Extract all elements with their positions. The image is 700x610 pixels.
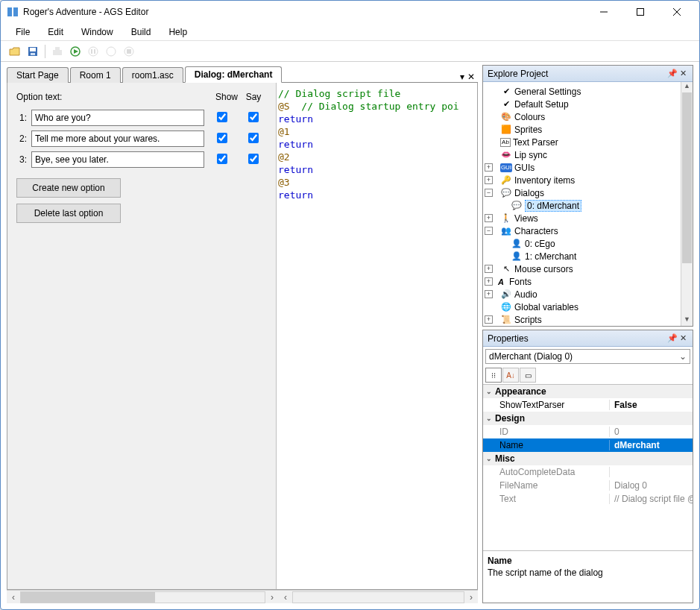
cursor-icon: ↖ [500, 263, 512, 275]
tree-colours[interactable]: Colours [514, 112, 545, 122]
svg-rect-1 [13, 7, 18, 16]
option-text-input-2[interactable] [31, 131, 204, 147]
option-say-checkbox-3[interactable] [248, 154, 259, 164]
svg-point-16 [107, 47, 116, 56]
svg-rect-10 [55, 47, 60, 50]
option-say-checkbox-1[interactable] [248, 112, 259, 122]
scroll-right-icon[interactable]: › [265, 592, 279, 603]
sprite-icon: 🟧 [500, 124, 512, 136]
tab-room1[interactable]: Room 1 [70, 67, 121, 83]
tree-audio[interactable]: Audio [514, 289, 537, 300]
build-icon [49, 43, 66, 60]
expander-icon[interactable]: + [485, 163, 493, 172]
prop-cat-misc[interactable]: Misc [495, 453, 515, 464]
tree-lipsync[interactable]: Lip sync [514, 150, 547, 160]
option-show-checkbox-1[interactable] [217, 112, 227, 122]
option-show-checkbox-2[interactable] [217, 133, 227, 143]
expander-icon[interactable]: + [485, 265, 493, 273]
chevron-down-icon[interactable]: ⌄ [486, 388, 495, 395]
document-tabs: Start Page Room 1 room1.asc Dialog: dMer… [7, 65, 478, 83]
window: Roger's Adventure - AGS Editor File Edit… [0, 0, 700, 610]
chevron-down-icon[interactable]: ⌄ [486, 455, 495, 462]
menu-edit[interactable]: Edit [40, 25, 71, 40]
expander-icon[interactable]: − [485, 227, 493, 235]
option-text-input-3[interactable] [31, 151, 204, 168]
menu-window[interactable]: Window [74, 25, 121, 40]
maximize-button[interactable] [623, 1, 657, 22]
tree-general-settings[interactable]: General Settings [514, 87, 581, 97]
tree-dialog-dmerchant[interactable]: 0: dMerchant [525, 200, 581, 212]
tree-char-cmerchant[interactable]: 1: cMerchant [525, 251, 576, 262]
scroll-left-icon[interactable]: ‹ [7, 592, 20, 603]
svg-marker-12 [74, 49, 78, 54]
prop-pages-button[interactable]: ▭ [520, 368, 536, 383]
svg-rect-18 [127, 49, 131, 54]
prop-text: Text [483, 494, 610, 504]
close-button[interactable] [660, 1, 693, 22]
prop-autocomplete: AutoCompleteData [483, 467, 610, 477]
dialog-options-pane: Option text: Show Say 1: 2: [7, 83, 276, 589]
scroll-right-icon-2[interactable]: › [464, 592, 478, 603]
scroll-up-icon[interactable]: ▲ [681, 82, 693, 92]
tab-dropdown-icon[interactable]: ▾ [460, 72, 464, 82]
tree-scripts[interactable]: Scripts [514, 315, 542, 325]
prop-cat-appearance[interactable]: Appearance [495, 386, 546, 397]
menu-build[interactable]: Build [124, 25, 159, 40]
prop-alphabetical-button[interactable]: A↓ [502, 368, 519, 383]
scroll-down-icon[interactable]: ▼ [681, 315, 693, 326]
prop-categorized-button[interactable]: ⁝⁝ [485, 368, 502, 383]
tree-characters[interactable]: Characters [514, 226, 558, 236]
tree-sprites[interactable]: Sprites [514, 125, 542, 135]
character-icon: 👤 [511, 251, 523, 262]
scroll-left-icon-2[interactable]: ‹ [279, 592, 292, 603]
tab-room1-asc[interactable]: room1.asc [122, 67, 183, 83]
pause-icon [85, 43, 101, 60]
expander-icon[interactable]: + [485, 277, 493, 286]
option-text-input-1[interactable] [31, 110, 204, 126]
minimize-button[interactable] [587, 1, 620, 22]
open-icon[interactable] [7, 43, 23, 60]
dialog-script-editor[interactable]: // Dialog script file @S // Dialog start… [276, 83, 477, 589]
pin-icon[interactable]: 📌 [667, 333, 678, 343]
prop-name[interactable]: Name [483, 440, 610, 450]
tab-dialog-dmerchant[interactable]: Dialog: dMerchant [185, 66, 283, 83]
expander-icon[interactable]: + [485, 315, 493, 324]
chevron-down-icon[interactable]: ⌄ [486, 415, 495, 422]
expander-icon[interactable]: + [485, 214, 493, 222]
create-option-button[interactable]: Create new option [16, 178, 121, 198]
dialog-icon: 💬 [500, 187, 512, 199]
tree-guis[interactable]: GUIs [514, 163, 535, 173]
tree-cursors[interactable]: Mouse cursors [514, 264, 573, 274]
run-icon[interactable] [67, 43, 83, 60]
tree-text-parser[interactable]: Text Parser [513, 137, 558, 148]
menu-help[interactable]: Help [161, 25, 195, 40]
tree-char-cego[interactable]: 0: cEgo [525, 239, 555, 249]
prop-showtextparser[interactable]: ShowTextParser [483, 400, 610, 410]
pin-icon[interactable]: 📌 [667, 69, 678, 78]
tree-inventory[interactable]: Inventory items [514, 175, 575, 186]
option-show-checkbox-3[interactable] [217, 154, 227, 164]
properties-title: Properties 📌 ✕ [483, 330, 693, 347]
tree-globals[interactable]: Global variables [514, 302, 578, 312]
tab-start-page[interactable]: Start Page [7, 67, 69, 83]
prop-cat-design[interactable]: Design [495, 413, 525, 424]
horizontal-scrollbar[interactable]: ‹ › ‹ › [7, 590, 478, 603]
panel-close-icon[interactable]: ✕ [678, 69, 688, 78]
delete-option-button[interactable]: Delete last option [16, 204, 121, 223]
tree-scrollbar[interactable]: ▲ ▼ [681, 82, 693, 326]
font-icon: A [495, 276, 507, 288]
expander-icon[interactable]: + [485, 176, 493, 184]
tree-views[interactable]: Views [514, 213, 538, 224]
panel-close-icon[interactable]: ✕ [678, 333, 688, 343]
project-tree[interactable]: ✔General Settings ✔Default Setup 🎨Colour… [483, 82, 693, 326]
properties-object-selector[interactable]: dMerchant (Dialog 0)⌄ [485, 349, 690, 364]
tree-dialogs[interactable]: Dialogs [514, 188, 544, 198]
expander-icon[interactable]: + [485, 290, 493, 298]
expander-icon[interactable]: − [485, 189, 493, 197]
tree-default-setup[interactable]: Default Setup [514, 99, 569, 110]
tab-close-icon[interactable]: ✕ [467, 72, 475, 82]
option-say-checkbox-2[interactable] [248, 133, 259, 143]
save-icon[interactable] [25, 43, 41, 60]
menu-file[interactable]: File [8, 25, 37, 40]
tree-fonts[interactable]: Fonts [509, 277, 532, 287]
